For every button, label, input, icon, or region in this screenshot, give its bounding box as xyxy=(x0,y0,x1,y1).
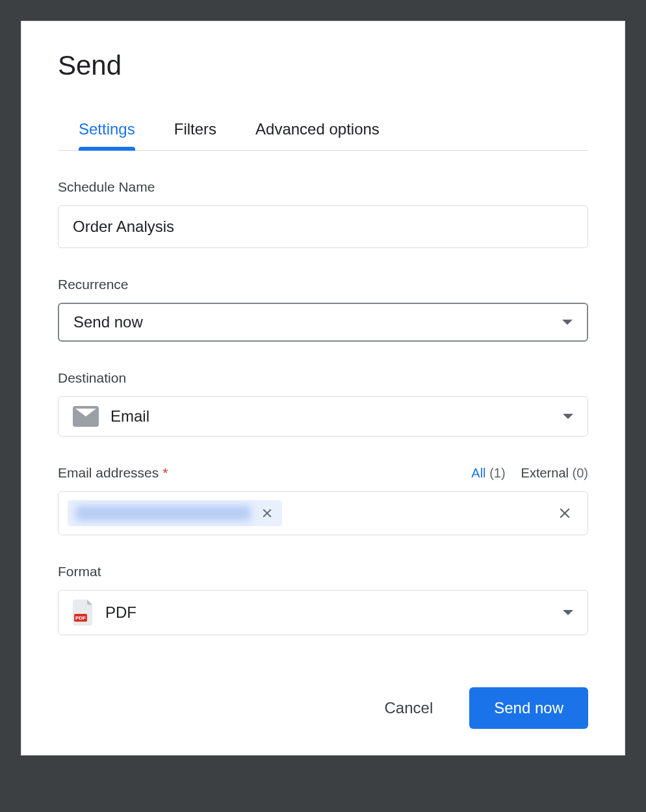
caret-down-icon xyxy=(562,320,573,325)
caret-down-icon xyxy=(563,414,573,419)
destination-select[interactable]: Email xyxy=(58,396,588,437)
email-addresses-group: Email addresses * All (1) External (0) xyxy=(58,465,588,535)
tab-filters[interactable]: Filters xyxy=(174,120,216,150)
required-asterisk: * xyxy=(162,465,168,481)
recurrence-label: Recurrence xyxy=(58,277,588,292)
caret-down-icon xyxy=(563,610,573,615)
destination-group: Destination Email xyxy=(58,370,588,437)
email-chip xyxy=(68,500,282,526)
recurrence-group: Recurrence Send now xyxy=(58,277,588,342)
email-addresses-label-row: Email addresses * All (1) External (0) xyxy=(58,465,588,481)
counter-all-count: (1) xyxy=(489,466,505,480)
cancel-button[interactable]: Cancel xyxy=(374,692,444,724)
svg-text:PDF: PDF xyxy=(75,615,86,621)
counter-all-link[interactable]: All xyxy=(471,466,485,480)
email-counters: All (1) External (0) xyxy=(471,466,588,481)
email-addresses-label: Email addresses xyxy=(58,465,159,481)
email-chip-text xyxy=(75,505,251,521)
tab-advanced-options[interactable]: Advanced options xyxy=(255,120,380,150)
envelope-icon xyxy=(73,406,99,427)
tabs: Settings Filters Advanced options xyxy=(58,120,588,151)
schedule-name-group: Schedule Name xyxy=(58,179,588,248)
counter-external-count: (0) xyxy=(573,466,588,480)
counter-external-link[interactable]: External xyxy=(521,466,569,480)
format-value: PDF xyxy=(105,603,136,622)
clear-all-icon[interactable] xyxy=(556,505,578,522)
format-label: Format xyxy=(58,564,588,579)
dialog-title: Send xyxy=(58,50,588,81)
tab-settings[interactable]: Settings xyxy=(79,120,135,150)
destination-value: Email xyxy=(110,407,149,425)
dialog-footer: Cancel Send now xyxy=(58,687,588,729)
schedule-name-input[interactable] xyxy=(58,205,588,248)
format-select[interactable]: PDF PDF xyxy=(58,590,588,635)
schedule-name-label: Schedule Name xyxy=(58,179,588,195)
pdf-icon: PDF xyxy=(73,600,94,626)
send-now-button[interactable]: Send now xyxy=(469,687,588,729)
chip-remove-icon[interactable] xyxy=(260,506,274,520)
email-addresses-input[interactable] xyxy=(58,491,588,535)
send-dialog: Send Settings Filters Advanced options S… xyxy=(21,21,625,755)
recurrence-value: Send now xyxy=(73,313,143,331)
format-group: Format PDF PDF xyxy=(58,564,588,635)
recurrence-select[interactable]: Send now xyxy=(58,303,588,342)
destination-label: Destination xyxy=(58,370,588,386)
